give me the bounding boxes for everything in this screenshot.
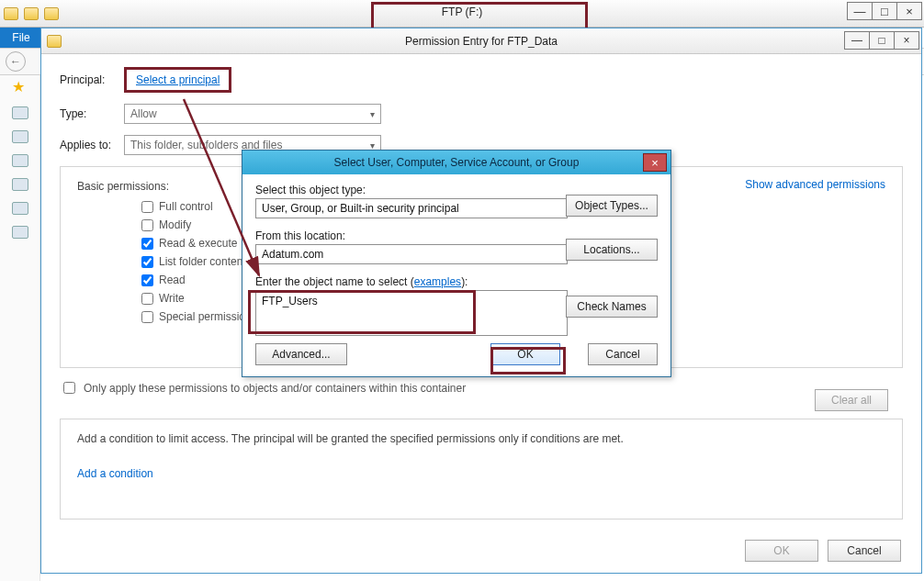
sidebar-item[interactable] bbox=[12, 202, 28, 215]
explorer-title: FTP (F:) bbox=[438, 6, 486, 18]
check-label: Full control bbox=[159, 200, 213, 213]
maximize-button[interactable]: □ bbox=[872, 2, 897, 20]
conditions-description: Add a condition to limit access. The pri… bbox=[77, 432, 885, 445]
object-types-button[interactable]: Object Types... bbox=[566, 195, 658, 217]
select-dialog-titlebar: Select User, Computer, Service Account, … bbox=[242, 151, 670, 174]
only-apply-checkbox[interactable] bbox=[63, 382, 75, 394]
check-label: Read bbox=[159, 274, 186, 286]
type-combo[interactable]: Allow bbox=[124, 104, 381, 124]
select-principal-link[interactable]: Select a principal bbox=[136, 73, 220, 86]
close-button[interactable]: × bbox=[894, 31, 919, 50]
file-tab[interactable]: File bbox=[0, 28, 42, 48]
cancel-button[interactable]: Cancel bbox=[588, 343, 658, 365]
select-user-dialog: Select User, Computer, Service Account, … bbox=[242, 150, 671, 377]
sidebar-item[interactable] bbox=[12, 226, 28, 239]
examples-link[interactable]: examples bbox=[414, 275, 461, 288]
check-label: Write bbox=[159, 292, 185, 305]
annotation-highlight: Select a principal bbox=[124, 67, 231, 93]
type-label: Type: bbox=[60, 107, 124, 120]
location-field: Adatum.com bbox=[255, 244, 568, 264]
only-apply-label: Only apply these permissions to objects … bbox=[84, 382, 466, 395]
only-apply-row[interactable]: Only apply these permissions to objects … bbox=[60, 379, 903, 397]
folder-icon bbox=[44, 7, 59, 20]
permission-titlebar: Permission Entry for FTP_Data — □ × bbox=[41, 28, 921, 54]
back-button[interactable]: ← bbox=[6, 51, 26, 72]
ok-button[interactable]: OK bbox=[745, 540, 818, 562]
select-dialog-title: Select User, Computer, Service Account, … bbox=[334, 156, 580, 169]
folder-icon bbox=[4, 7, 18, 20]
sidebar-item[interactable] bbox=[12, 154, 28, 167]
conditions-panel: Add a condition to limit access. The pri… bbox=[60, 419, 903, 520]
cancel-button[interactable]: Cancel bbox=[828, 540, 901, 562]
object-type-field: User, Group, or Built-in security princi… bbox=[255, 198, 568, 218]
advanced-button[interactable]: Advanced... bbox=[255, 343, 347, 365]
locations-button[interactable]: Locations... bbox=[566, 239, 658, 261]
close-button[interactable]: × bbox=[643, 153, 667, 172]
folder-icon bbox=[24, 7, 39, 20]
permission-window-title: Permission Entry for FTP_Data bbox=[405, 35, 558, 48]
ok-button[interactable]: OK bbox=[490, 343, 560, 365]
applies-to-label: Applies to: bbox=[60, 139, 124, 151]
explorer-sidebar: ★ bbox=[0, 75, 40, 581]
check-label: Read & execute bbox=[159, 237, 237, 250]
check-label: List folder contents bbox=[159, 255, 252, 268]
favorites-icon[interactable]: ★ bbox=[12, 79, 28, 95]
clear-all-button[interactable]: Clear all bbox=[815, 389, 888, 411]
check-label: Modify bbox=[159, 218, 191, 231]
label-text: Enter the object name to select ( bbox=[255, 275, 414, 288]
show-advanced-link[interactable]: Show advanced permissions bbox=[745, 178, 885, 191]
close-button[interactable]: × bbox=[896, 2, 922, 20]
principal-label: Principal: bbox=[60, 73, 124, 86]
minimize-button[interactable]: — bbox=[847, 2, 873, 20]
minimize-button[interactable]: — bbox=[844, 31, 870, 50]
object-name-label: Enter the object name to select (example… bbox=[255, 275, 658, 288]
check-names-button[interactable]: Check Names bbox=[566, 296, 658, 318]
sidebar-item[interactable] bbox=[12, 106, 28, 119]
folder-icon bbox=[47, 35, 62, 48]
explorer-titlebar: FTP (F:) — □ × bbox=[0, 0, 924, 28]
add-condition-link[interactable]: Add a condition bbox=[77, 467, 153, 480]
sidebar-item[interactable] bbox=[12, 130, 28, 143]
object-name-input[interactable]: FTP_Users bbox=[255, 290, 568, 336]
label-text: ): bbox=[461, 275, 468, 288]
sidebar-item[interactable] bbox=[12, 178, 28, 191]
maximize-button[interactable]: □ bbox=[869, 31, 895, 50]
